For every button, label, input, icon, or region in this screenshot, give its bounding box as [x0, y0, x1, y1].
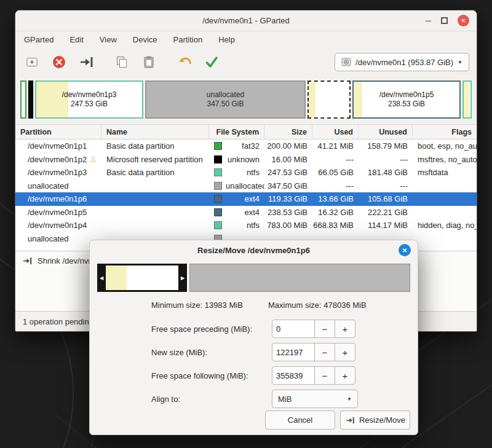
- partition-used: ---: [312, 179, 359, 193]
- free-space-following-input[interactable]: [272, 366, 315, 385]
- free-space-preceding-label: Free space preceding (MiB):: [151, 324, 272, 334]
- partition-label: [101, 192, 209, 206]
- size-limits: Minimum size: 13983 MiB Maximum size: 47…: [97, 301, 410, 310]
- decrement-button[interactable]: −: [314, 320, 335, 338]
- new-partition-button[interactable]: [23, 53, 41, 71]
- partition-size: 119.33 GiB: [264, 192, 312, 206]
- resize-left-handle[interactable]: ◀: [97, 264, 106, 292]
- increment-button[interactable]: +: [335, 343, 355, 361]
- segment-label: /dev/nvme0n1p5: [379, 90, 434, 100]
- partition-unused: 105.68 GiB: [359, 192, 413, 206]
- resize-right-handle[interactable]: ▶: [178, 264, 187, 292]
- diskbar-segment-unallocated[interactable]: unallocated 347.50 GiB: [145, 81, 306, 119]
- increment-button[interactable]: +: [335, 366, 355, 385]
- titlebar[interactable]: /dev/nvme0n1 - GParted ─ ✕: [15, 10, 477, 31]
- delete-partition-button[interactable]: [50, 53, 68, 71]
- new-size-label: New size (MiB):: [151, 348, 272, 357]
- column-header-flags: Flags: [413, 125, 477, 139]
- resize-move-button[interactable]: [77, 53, 95, 71]
- diskbar-segment-p6-selected[interactable]: [308, 81, 351, 119]
- filesystem-name: ntfs: [247, 221, 260, 230]
- filesystem-color-chip: [214, 182, 222, 190]
- partition-table: /dev/nvme0n1p1 Basic data partition fat3…: [15, 140, 477, 251]
- menu-help[interactable]: Help: [218, 35, 235, 44]
- partition-label: [101, 206, 209, 219]
- filesystem-name: ext4: [244, 208, 260, 217]
- filesystem-color-chip: [214, 142, 222, 150]
- resize-free-following-region: [189, 264, 410, 292]
- diskbar-segment-p5[interactable]: /dev/nvme0n1p5 238.53 GiB: [352, 81, 461, 119]
- shrink-operation-icon: [22, 256, 33, 265]
- menubar: GParted Edit View Device Partition Help: [15, 31, 477, 48]
- filesystem-color-chip: [214, 221, 222, 229]
- dialog-titlebar[interactable]: Resize/Move /dev/nvme0n1p6 ✕: [90, 240, 418, 260]
- align-to-value: MiB: [278, 395, 292, 404]
- diskbar-segment-p3[interactable]: /dev/nvme0n1p3 247.53 GiB: [35, 81, 143, 119]
- menu-gparted[interactable]: GParted: [24, 35, 54, 44]
- dialog-close-button[interactable]: ✕: [399, 244, 411, 256]
- minimize-button[interactable]: ─: [426, 17, 431, 25]
- used-space-fill: [36, 82, 68, 117]
- table-row-unallocated-1[interactable]: unallocated unallocated 347.50 GiB --- -…: [15, 179, 477, 193]
- menu-view[interactable]: View: [100, 35, 117, 44]
- close-button[interactable]: ✕: [458, 15, 469, 26]
- partition-flags: hidden, diag, no_aut: [413, 219, 477, 232]
- undo-icon: [177, 55, 192, 69]
- cancel-button[interactable]: Cancel: [265, 411, 335, 430]
- align-to-dropdown[interactable]: MiB ▼: [272, 390, 358, 408]
- new-partition-icon: [25, 55, 39, 69]
- align-to-row: Align to: MiB ▼: [97, 390, 410, 408]
- paste-button[interactable]: [140, 53, 158, 71]
- free-space-preceding-input[interactable]: [272, 320, 315, 338]
- copy-button[interactable]: [113, 53, 131, 71]
- partition-label: [101, 179, 209, 193]
- table-row-nvme0n1p2[interactable]: /dev/nvme0n1p2⚠ Microsoft reserved parti…: [15, 153, 477, 167]
- partition-unused: 181.48 GiB: [359, 166, 413, 179]
- partition-unused: 222.21 GiB: [359, 206, 413, 219]
- partition-label: Basic data partition: [101, 140, 209, 153]
- resize-move-confirm-button[interactable]: Resize/Move: [340, 411, 410, 430]
- column-header-name: Name: [101, 125, 209, 139]
- table-row-nvme0n1p3[interactable]: /dev/nvme0n1p3 Basic data partition ntfs…: [15, 166, 477, 179]
- decrement-button[interactable]: −: [314, 343, 335, 361]
- apply-button[interactable]: [202, 53, 221, 71]
- table-row-nvme0n1p4[interactable]: /dev/nvme0n1p4 ntfs 783.00 MiB 668.83 Mi…: [15, 219, 477, 232]
- delete-icon: [52, 55, 66, 69]
- menu-partition[interactable]: Partition: [173, 35, 203, 44]
- table-row-nvme0n1p1[interactable]: /dev/nvme0n1p1 Basic data partition fat3…: [15, 140, 477, 153]
- partition-used: ---: [312, 153, 359, 167]
- table-row-nvme0n1p5[interactable]: /dev/nvme0n1p5 ext4 238.53 GiB 16.32 GiB…: [15, 206, 477, 219]
- free-space-following-spinner: − +: [272, 366, 355, 385]
- diskbar-segment-p4[interactable]: [462, 81, 472, 119]
- table-row-nvme0n1p6-selected[interactable]: /dev/nvme0n1p6 ext4 119.33 GiB 13.66 GiB…: [15, 192, 477, 206]
- increment-button[interactable]: +: [335, 320, 355, 338]
- maximize-button[interactable]: [441, 17, 448, 24]
- device-selector[interactable]: /dev/nvme0n1 (953.87 GiB) ▼: [335, 53, 469, 71]
- undo-button[interactable]: [175, 53, 194, 71]
- warning-icon: ⚠: [90, 155, 97, 163]
- decrement-button[interactable]: −: [314, 366, 335, 385]
- cancel-button-label: Cancel: [288, 415, 312, 425]
- partition-label: Microsoft reserved partition: [101, 153, 209, 167]
- statusbar-text: 1 operation pendin: [23, 317, 89, 326]
- menu-device[interactable]: Device: [133, 35, 157, 44]
- segment-size: 347.50 GiB: [207, 100, 244, 109]
- resize-selected-region[interactable]: [106, 264, 178, 292]
- column-header-size: Size: [264, 125, 312, 139]
- chevron-down-icon: ▼: [458, 60, 462, 65]
- new-size-input[interactable]: [272, 343, 315, 361]
- partition-flags: [413, 179, 477, 193]
- partition-flags: msftdata: [413, 166, 477, 179]
- partition-used: 668.83 MiB: [312, 219, 359, 232]
- menu-edit[interactable]: Edit: [69, 35, 83, 44]
- partition-size: 783.00 MiB: [264, 219, 312, 232]
- dialog-buttons: Cancel Resize/Move: [97, 411, 410, 430]
- partition-flags: msftres, no_automo: [413, 153, 477, 167]
- filesystem-color-chip: [214, 168, 222, 176]
- diskbar-segment-p1[interactable]: [20, 81, 26, 119]
- diskbar-segment-p2[interactable]: [28, 81, 33, 119]
- resize-move-icon: [345, 416, 355, 425]
- filesystem-name: unallocated: [226, 181, 264, 191]
- disk-visual-bar: /dev/nvme0n1p3 247.53 GiB unallocated 34…: [15, 76, 477, 124]
- partition-label: Basic data partition: [101, 166, 209, 179]
